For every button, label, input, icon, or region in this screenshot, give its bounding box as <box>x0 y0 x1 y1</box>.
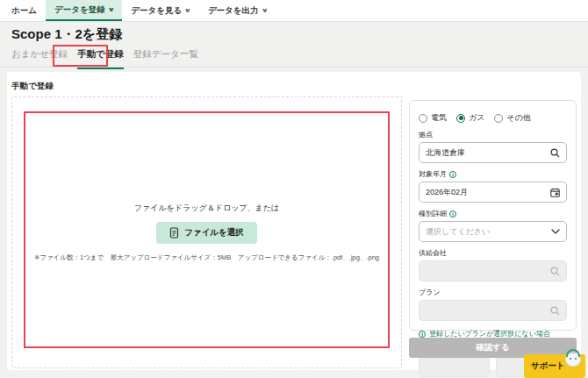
info-icon[interactable]: i <box>449 171 456 178</box>
type-detail-select[interactable]: 選択してください <box>419 221 567 242</box>
nav-item-register-data[interactable]: データを登録 ∨ <box>46 0 122 21</box>
info-icon[interactable]: i <box>449 210 456 218</box>
nav-item-home[interactable]: ホーム <box>11 0 37 21</box>
dropzone-prompt: ファイルをドラッグ＆ドロップ、または <box>134 203 279 214</box>
nav-item-export-data[interactable]: データを出力 ∨ <box>199 0 276 21</box>
nav-item-view-data[interactable]: データを見る ∨ <box>122 0 199 21</box>
energy-type-radio-group: 電気 ガス その他 <box>419 112 567 124</box>
type-detail-label: 種別詳細 i <box>419 209 567 218</box>
calendar-icon <box>550 188 560 197</box>
chevron-down-icon <box>551 229 560 234</box>
radio-electricity[interactable]: 電気 <box>419 112 447 124</box>
radio-other[interactable]: その他 <box>494 112 530 124</box>
top-nav: ホーム データを登録 ∨ データを見る ∨ データを出力 ∨ <box>0 0 588 22</box>
supplier-label: 供給会社 <box>419 248 567 258</box>
radio-icon-selected <box>456 114 465 123</box>
app-root: ホーム データを登録 ∨ データを見る ∨ データを出力 ∨ Scope 1・2… <box>0 0 588 378</box>
chevron-down-icon: ∨ <box>107 6 114 13</box>
info-icon: i <box>419 331 426 338</box>
select-file-button[interactable]: ファイルを選択 <box>156 222 257 244</box>
search-icon <box>550 148 560 158</box>
nav-register-label: データを登録 <box>54 4 105 16</box>
search-icon <box>550 306 560 316</box>
chevron-down-icon: ∨ <box>261 7 268 14</box>
page-title: Scope 1・2を登録 <box>11 26 122 43</box>
radio-other-label: その他 <box>506 112 530 124</box>
plan-label: プラン <box>419 288 567 297</box>
plan-search-input <box>419 300 567 321</box>
file-icon <box>169 227 179 239</box>
nav-home-label: ホーム <box>11 5 37 17</box>
radio-icon <box>494 114 503 123</box>
tabs-divider <box>0 67 588 68</box>
supplier-search-input <box>419 260 567 282</box>
target-month-label: 対象年月 i <box>419 169 567 179</box>
nav-view-label: データを見る <box>131 5 182 17</box>
radio-icon <box>419 114 427 123</box>
file-dropzone[interactable]: ファイルをドラッグ＆ドロップ、または ファイルを選択 ※ファイル数：1つまで 最… <box>11 96 402 368</box>
nav-export-label: データを出力 <box>208 5 259 17</box>
support-mascot-icon <box>563 349 583 368</box>
select-file-label: ファイルを選択 <box>184 227 244 239</box>
radio-electricity-label: 電気 <box>431 112 447 124</box>
support-button[interactable]: サポート <box>524 354 585 378</box>
dropzone-note: ※ファイル数：1つまで 最大アップロードファイルサイズ：5MB アップロードでき… <box>34 253 379 262</box>
search-icon <box>550 267 560 276</box>
type-detail-placeholder: 選択してください <box>426 226 490 238</box>
location-value: 北海道倉庫 <box>426 147 465 159</box>
target-month-input[interactable]: 2026年02月 <box>419 182 567 203</box>
registration-form: 電気 ガス その他 拠点 北海道倉庫 対象年月 i 2 <box>409 100 577 331</box>
target-month-value: 2026年02月 <box>426 187 468 198</box>
radio-gas-label: ガス <box>469 112 484 124</box>
location-label: 拠点 <box>419 130 567 139</box>
section-title: 手動で登録 <box>11 81 54 92</box>
support-label: サポート <box>531 360 565 372</box>
chevron-down-icon: ∨ <box>184 7 191 14</box>
location-search-input[interactable]: 北海道倉庫 <box>419 142 567 163</box>
radio-gas[interactable]: ガス <box>456 112 484 124</box>
billing-amount-input <box>419 356 490 377</box>
